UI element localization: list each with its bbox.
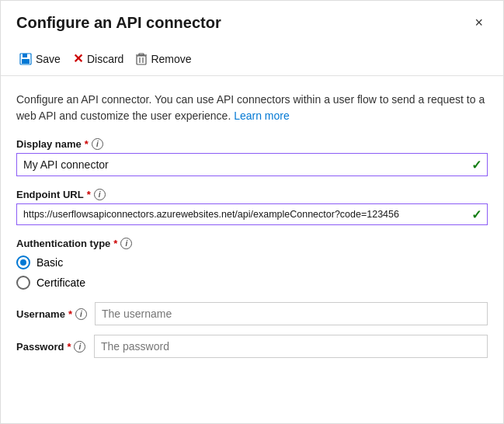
display-name-required: *: [85, 138, 89, 150]
username-row: Username * i: [16, 302, 488, 325]
endpoint-url-required: *: [87, 189, 91, 200]
username-info-icon: i: [75, 308, 87, 320]
display-name-input-wrapper: ✓: [16, 153, 488, 176]
save-label: Save: [36, 53, 61, 65]
username-required: *: [68, 308, 72, 320]
close-button[interactable]: ×: [470, 13, 488, 33]
dialog-header: Configure an API connector ×: [1, 1, 503, 42]
save-button[interactable]: Save: [16, 50, 70, 68]
discard-icon: ✕: [73, 51, 83, 66]
remove-label: Remove: [151, 53, 191, 65]
display-name-checkmark: ✓: [471, 158, 481, 172]
discard-button[interactable]: ✕ Discard: [70, 48, 133, 69]
username-input[interactable]: [95, 302, 488, 325]
remove-icon: [136, 53, 147, 65]
save-icon: [19, 53, 32, 65]
endpoint-url-field-group: Endpoint URL * i ✓: [16, 189, 488, 225]
display-name-info-icon: i: [92, 138, 103, 150]
password-info-icon: i: [74, 341, 85, 353]
display-name-input[interactable]: [16, 153, 488, 176]
password-label: Password * i: [16, 341, 86, 353]
endpoint-url-info-icon: i: [94, 189, 106, 200]
auth-type-info-icon: i: [120, 238, 132, 249]
auth-basic-option[interactable]: Basic: [16, 255, 488, 269]
dialog-content: Configure an API connector. You can use …: [1, 76, 503, 377]
svg-rect-7: [139, 54, 144, 55]
auth-type-section: Authentication type * i Basic Certificat…: [16, 238, 488, 290]
password-input[interactable]: [94, 335, 488, 358]
close-icon: ×: [474, 15, 483, 31]
auth-type-required: *: [113, 238, 117, 249]
toolbar: Save ✕ Discard Remove: [1, 42, 503, 76]
discard-label: Discard: [87, 53, 123, 65]
credentials-section: Username * i Password * i: [16, 302, 488, 358]
auth-basic-radio[interactable]: [16, 255, 30, 269]
description-text: Configure an API connector. You can use …: [16, 92, 488, 124]
learn-more-link[interactable]: Learn more: [234, 109, 290, 122]
auth-certificate-option[interactable]: Certificate: [16, 276, 488, 290]
svg-rect-3: [137, 56, 146, 64]
svg-rect-2: [22, 59, 30, 64]
display-name-label: Display name * i: [16, 138, 488, 150]
auth-type-radio-group: Basic Certificate: [16, 255, 488, 290]
endpoint-url-input[interactable]: [16, 203, 488, 225]
remove-button[interactable]: Remove: [133, 50, 200, 68]
endpoint-url-label: Endpoint URL * i: [16, 189, 488, 200]
dialog-title: Configure an API connector: [16, 14, 221, 32]
username-label: Username * i: [16, 308, 87, 320]
endpoint-url-checkmark: ✓: [471, 207, 481, 222]
configure-api-connector-dialog: Configure an API connector × Save ✕ Disc…: [0, 0, 504, 424]
password-required: *: [67, 341, 71, 353]
auth-certificate-label: Certificate: [36, 276, 85, 289]
endpoint-url-input-wrapper: ✓: [16, 203, 488, 225]
display-name-field-group: Display name * i ✓: [16, 138, 488, 176]
password-row: Password * i: [16, 335, 488, 358]
auth-type-label: Authentication type * i: [16, 238, 488, 249]
svg-rect-1: [23, 54, 27, 57]
auth-basic-label: Basic: [36, 256, 63, 269]
auth-certificate-radio[interactable]: [16, 276, 30, 290]
